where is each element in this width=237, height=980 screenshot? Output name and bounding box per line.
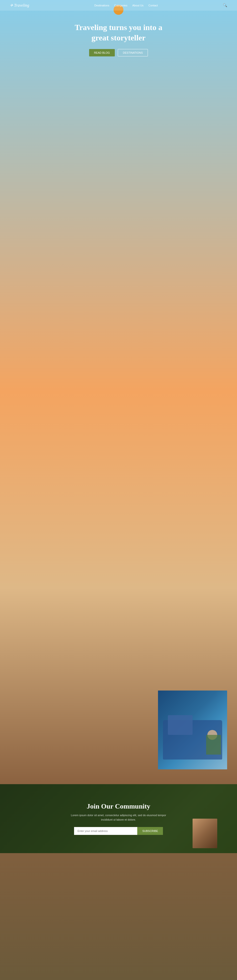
nav-link-about[interactable]: About Us: [132, 4, 143, 7]
navbar: ✈ Traveling Destinations Categories Abou…: [0, 0, 237, 11]
nav-link-destinations[interactable]: Destinations: [94, 4, 109, 7]
community-desc: Lorem ipsum dolor sit amet, consectetur …: [69, 813, 168, 822]
destinations-button[interactable]: DESTINATIONS: [118, 49, 148, 56]
blog-grid: Things prepare before traveling 10 Stree…: [10, 565, 227, 661]
blog-card-4[interactable]: Enjoy sunset view in Morocco: [121, 616, 227, 661]
email-input[interactable]: [74, 827, 137, 835]
earn-image: [158, 690, 227, 769]
community-title: Join Our Community: [69, 802, 168, 810]
nav-logo[interactable]: ✈ Traveling: [10, 3, 29, 8]
community-section: Join Our Community Lorem ipsum dolor sit…: [0, 784, 237, 853]
read-blog-button[interactable]: READ BLOG: [89, 49, 115, 56]
hero-buttons: READ BLOG DESTINATIONS: [75, 49, 162, 56]
subscribe-button[interactable]: SUBSCRIBE: [137, 827, 163, 835]
search-icon[interactable]: 🔍: [223, 3, 227, 7]
nav-links: Destinations Categories About Us Contact: [94, 4, 158, 7]
nav-link-categories[interactable]: Categories: [114, 4, 127, 7]
hero-title: Traveling turns you into a great storyte…: [75, 22, 162, 43]
community-input-wrap: SUBSCRIBE: [74, 827, 163, 835]
blog-img-4: [121, 616, 227, 655]
nav-link-contact[interactable]: Contact: [148, 4, 158, 7]
community-content: Join Our Community Lorem ipsum dolor sit…: [69, 802, 168, 835]
hero-content: Traveling turns you into a great storyte…: [55, 22, 182, 56]
blog-section: BLOG Fresh from the Blog Lorem ipsum dol…: [0, 508, 237, 676]
